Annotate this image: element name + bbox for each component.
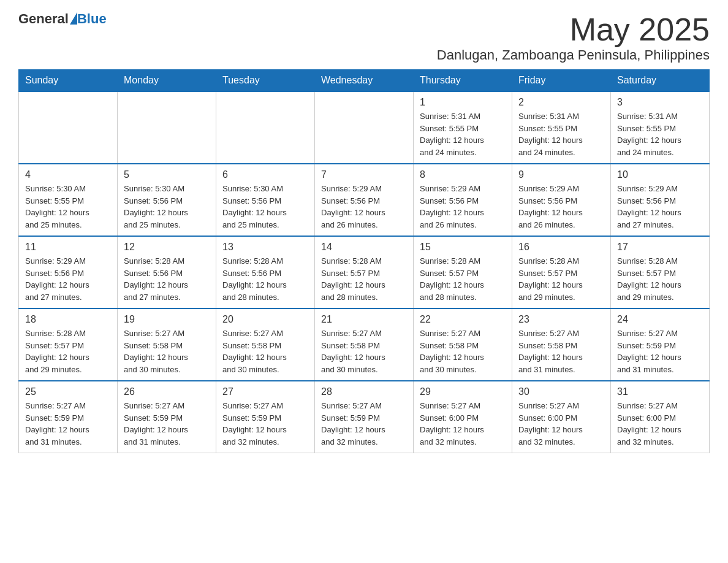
- day-info: Sunrise: 5:29 AMSunset: 5:56 PMDaylight:…: [25, 255, 111, 303]
- day-info: Sunrise: 5:31 AMSunset: 5:55 PMDaylight:…: [617, 110, 703, 158]
- logo-blue-text: Blue: [77, 12, 107, 26]
- calendar-cell-0-4: 1Sunrise: 5:31 AMSunset: 5:55 PMDaylight…: [414, 91, 512, 164]
- day-number: 2: [518, 97, 604, 108]
- calendar-cell-0-3: [315, 91, 414, 164]
- calendar-cell-3-1: 19Sunrise: 5:27 AMSunset: 5:58 PMDayligh…: [118, 308, 216, 381]
- calendar-cell-1-5: 9Sunrise: 5:29 AMSunset: 5:56 PMDaylight…: [512, 164, 611, 236]
- day-info: Sunrise: 5:29 AMSunset: 5:56 PMDaylight:…: [420, 183, 506, 231]
- header-sunday: Sunday: [19, 70, 118, 92]
- day-info: Sunrise: 5:28 AMSunset: 5:56 PMDaylight:…: [222, 255, 308, 303]
- day-info: Sunrise: 5:27 AMSunset: 6:00 PMDaylight:…: [518, 400, 604, 448]
- calendar-cell-2-5: 16Sunrise: 5:28 AMSunset: 5:57 PMDayligh…: [512, 236, 611, 308]
- location-subtitle: Danlugan, Zamboanga Peninsula, Philippin…: [437, 47, 710, 63]
- calendar-cell-3-6: 24Sunrise: 5:27 AMSunset: 5:59 PMDayligh…: [611, 308, 710, 381]
- day-info: Sunrise: 5:27 AMSunset: 5:59 PMDaylight:…: [222, 400, 308, 448]
- calendar-cell-3-4: 22Sunrise: 5:27 AMSunset: 5:58 PMDayligh…: [414, 308, 512, 381]
- calendar-cell-2-3: 14Sunrise: 5:28 AMSunset: 5:57 PMDayligh…: [315, 236, 414, 308]
- day-number: 25: [25, 386, 111, 397]
- day-number: 30: [518, 386, 604, 397]
- calendar-cell-4-6: 31Sunrise: 5:27 AMSunset: 6:00 PMDayligh…: [611, 381, 710, 453]
- week-row-2: 4Sunrise: 5:30 AMSunset: 5:55 PMDaylight…: [19, 164, 710, 236]
- day-number: 9: [518, 169, 604, 180]
- day-info: Sunrise: 5:27 AMSunset: 5:58 PMDaylight:…: [420, 327, 506, 375]
- day-number: 6: [222, 169, 308, 180]
- calendar-cell-2-1: 12Sunrise: 5:28 AMSunset: 5:56 PMDayligh…: [118, 236, 216, 308]
- day-number: 7: [321, 169, 407, 180]
- day-number: 1: [420, 97, 506, 108]
- calendar-cell-4-3: 28Sunrise: 5:27 AMSunset: 5:59 PMDayligh…: [315, 381, 414, 453]
- calendar-cell-2-6: 17Sunrise: 5:28 AMSunset: 5:57 PMDayligh…: [611, 236, 710, 308]
- calendar-cell-0-1: [118, 91, 216, 164]
- day-info: Sunrise: 5:27 AMSunset: 5:58 PMDaylight:…: [124, 327, 210, 375]
- day-info: Sunrise: 5:28 AMSunset: 5:57 PMDaylight:…: [25, 327, 111, 375]
- day-number: 17: [617, 242, 703, 253]
- day-number: 12: [124, 242, 210, 253]
- week-row-4: 18Sunrise: 5:28 AMSunset: 5:57 PMDayligh…: [19, 308, 710, 381]
- week-row-1: 1Sunrise: 5:31 AMSunset: 5:55 PMDaylight…: [19, 91, 710, 164]
- day-info: Sunrise: 5:27 AMSunset: 6:00 PMDaylight:…: [420, 400, 506, 448]
- day-number: 11: [25, 242, 111, 253]
- day-number: 3: [617, 97, 703, 108]
- day-info: Sunrise: 5:31 AMSunset: 5:55 PMDaylight:…: [518, 110, 604, 158]
- calendar-cell-1-3: 7Sunrise: 5:29 AMSunset: 5:56 PMDaylight…: [315, 164, 414, 236]
- day-number: 24: [617, 314, 703, 325]
- day-number: 5: [124, 169, 210, 180]
- calendar-cell-0-0: [19, 91, 118, 164]
- calendar-cell-2-2: 13Sunrise: 5:28 AMSunset: 5:56 PMDayligh…: [216, 236, 315, 308]
- day-info: Sunrise: 5:27 AMSunset: 5:59 PMDaylight:…: [321, 400, 407, 448]
- day-info: Sunrise: 5:27 AMSunset: 5:59 PMDaylight:…: [25, 400, 111, 448]
- calendar-cell-4-2: 27Sunrise: 5:27 AMSunset: 5:59 PMDayligh…: [216, 381, 315, 453]
- header-wednesday: Wednesday: [315, 70, 414, 92]
- day-number: 15: [420, 242, 506, 253]
- day-info: Sunrise: 5:30 AMSunset: 5:56 PMDaylight:…: [124, 183, 210, 231]
- day-number: 10: [617, 169, 703, 180]
- calendar-cell-3-2: 20Sunrise: 5:27 AMSunset: 5:58 PMDayligh…: [216, 308, 315, 381]
- day-number: 18: [25, 314, 111, 325]
- calendar-cell-2-0: 11Sunrise: 5:29 AMSunset: 5:56 PMDayligh…: [19, 236, 118, 308]
- calendar-cell-4-5: 30Sunrise: 5:27 AMSunset: 6:00 PMDayligh…: [512, 381, 611, 453]
- calendar-table: Sunday Monday Tuesday Wednesday Thursday…: [18, 69, 710, 453]
- calendar-cell-1-6: 10Sunrise: 5:29 AMSunset: 5:56 PMDayligh…: [611, 164, 710, 236]
- day-number: 22: [420, 314, 506, 325]
- header-thursday: Thursday: [414, 70, 512, 92]
- calendar-cell-1-2: 6Sunrise: 5:30 AMSunset: 5:56 PMDaylight…: [216, 164, 315, 236]
- calendar-cell-1-1: 5Sunrise: 5:30 AMSunset: 5:56 PMDaylight…: [118, 164, 216, 236]
- day-info: Sunrise: 5:31 AMSunset: 5:55 PMDaylight:…: [420, 110, 506, 158]
- calendar-cell-1-0: 4Sunrise: 5:30 AMSunset: 5:55 PMDaylight…: [19, 164, 118, 236]
- day-info: Sunrise: 5:29 AMSunset: 5:56 PMDaylight:…: [518, 183, 604, 231]
- day-number: 29: [420, 386, 506, 397]
- day-info: Sunrise: 5:28 AMSunset: 5:57 PMDaylight:…: [518, 255, 604, 303]
- day-info: Sunrise: 5:27 AMSunset: 5:58 PMDaylight:…: [222, 327, 308, 375]
- day-number: 19: [124, 314, 210, 325]
- day-info: Sunrise: 5:27 AMSunset: 5:58 PMDaylight:…: [321, 327, 407, 375]
- day-number: 8: [420, 169, 506, 180]
- day-info: Sunrise: 5:28 AMSunset: 5:56 PMDaylight:…: [124, 255, 210, 303]
- day-info: Sunrise: 5:30 AMSunset: 5:55 PMDaylight:…: [25, 183, 111, 231]
- day-number: 21: [321, 314, 407, 325]
- day-number: 4: [25, 169, 111, 180]
- day-info: Sunrise: 5:29 AMSunset: 5:56 PMDaylight:…: [617, 183, 703, 231]
- day-info: Sunrise: 5:28 AMSunset: 5:57 PMDaylight:…: [617, 255, 703, 303]
- month-title: May 2025: [437, 12, 710, 47]
- day-info: Sunrise: 5:29 AMSunset: 5:56 PMDaylight:…: [321, 183, 407, 231]
- day-number: 27: [222, 386, 308, 397]
- day-info: Sunrise: 5:27 AMSunset: 5:59 PMDaylight:…: [124, 400, 210, 448]
- calendar-cell-1-4: 8Sunrise: 5:29 AMSunset: 5:56 PMDaylight…: [414, 164, 512, 236]
- day-info: Sunrise: 5:27 AMSunset: 6:00 PMDaylight:…: [617, 400, 703, 448]
- header-tuesday: Tuesday: [216, 70, 315, 92]
- title-area: May 2025 Danlugan, Zamboanga Peninsula, …: [437, 12, 710, 63]
- day-number: 13: [222, 242, 308, 253]
- day-number: 26: [124, 386, 210, 397]
- day-number: 20: [222, 314, 308, 325]
- day-number: 23: [518, 314, 604, 325]
- calendar-cell-3-5: 23Sunrise: 5:27 AMSunset: 5:58 PMDayligh…: [512, 308, 611, 381]
- week-row-3: 11Sunrise: 5:29 AMSunset: 5:56 PMDayligh…: [19, 236, 710, 308]
- day-info: Sunrise: 5:28 AMSunset: 5:57 PMDaylight:…: [321, 255, 407, 303]
- calendar-cell-4-0: 25Sunrise: 5:27 AMSunset: 5:59 PMDayligh…: [19, 381, 118, 453]
- day-number: 28: [321, 386, 407, 397]
- calendar-cell-2-4: 15Sunrise: 5:28 AMSunset: 5:57 PMDayligh…: [414, 236, 512, 308]
- calendar-cell-3-3: 21Sunrise: 5:27 AMSunset: 5:58 PMDayligh…: [315, 308, 414, 381]
- header: General Blue May 2025 Danlugan, Zamboang…: [18, 12, 710, 63]
- day-info: Sunrise: 5:27 AMSunset: 5:59 PMDaylight:…: [617, 327, 703, 375]
- calendar-cell-0-2: [216, 91, 315, 164]
